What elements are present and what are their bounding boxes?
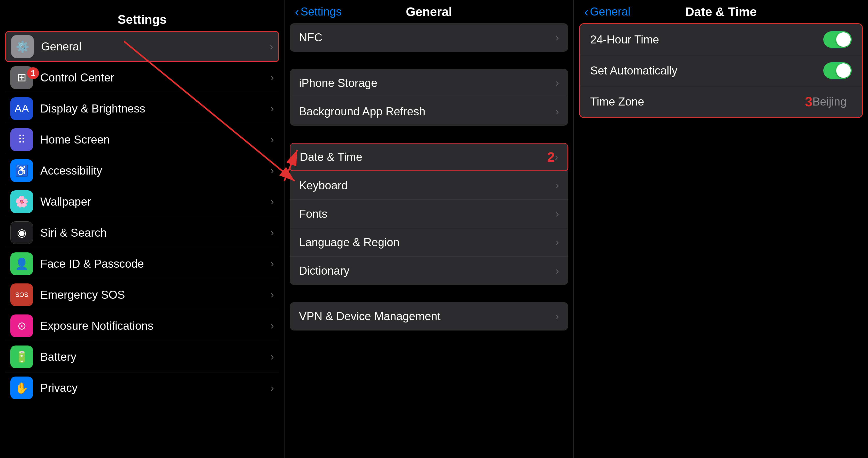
battery-chevron-icon: › xyxy=(271,351,274,363)
sidebar-item-display[interactable]: AADisplay & Brightness› xyxy=(5,93,279,124)
wallpaper-chevron-icon: › xyxy=(271,196,274,207)
date-time-title: Date & Time xyxy=(685,5,757,19)
date-time-label: Date & Time xyxy=(300,150,542,164)
general-item-language[interactable]: Language & Region› xyxy=(290,228,568,257)
general-list: NFC›iPhone Storage›Background App Refres… xyxy=(284,23,574,458)
general-group-1: iPhone Storage›Background App Refresh› xyxy=(290,69,568,126)
fonts-label: Fonts xyxy=(299,207,556,220)
sidebar-item-general[interactable]: ⚙️General› xyxy=(5,31,279,62)
exposure-label: Exposure Notifications xyxy=(40,319,271,332)
general-icon: ⚙️ xyxy=(11,35,34,58)
date-time-group: 24-Hour TimeSet AutomaticallyTime Zone3B… xyxy=(579,23,863,118)
faceid-icon: 👤 xyxy=(10,252,33,275)
battery-label: Battery xyxy=(40,350,271,363)
siri-chevron-icon: › xyxy=(271,227,274,238)
timezone-value: Beijing xyxy=(812,95,846,108)
language-chevron-icon: › xyxy=(556,236,559,248)
keyboard-label: Keyboard xyxy=(299,179,556,192)
general-label: General xyxy=(41,40,270,53)
date-time-item-set-auto[interactable]: Set Automatically xyxy=(580,55,862,86)
date-time-header: ‹ General Date & Time xyxy=(574,0,868,23)
display-icon: AA xyxy=(10,97,33,120)
sidebar-item-exposure[interactable]: ⊙Exposure Notifications› xyxy=(5,310,279,341)
privacy-chevron-icon: › xyxy=(271,382,274,394)
date-time-back-label: General xyxy=(590,5,630,18)
settings-title: Settings xyxy=(118,12,166,27)
timezone-annotation: 3 xyxy=(805,94,812,109)
siri-icon: ◉ xyxy=(10,221,33,244)
accessibility-icon: ♿ xyxy=(10,159,33,182)
accessibility-label: Accessibility xyxy=(40,164,271,177)
control-center-badge: 1 xyxy=(27,67,39,79)
sidebar-item-siri[interactable]: ◉Siri & Search› xyxy=(5,217,279,248)
24hour-toggle-knob xyxy=(836,32,851,47)
accessibility-chevron-icon: › xyxy=(271,165,274,176)
general-item-background-refresh[interactable]: Background App Refresh› xyxy=(290,97,568,126)
fonts-chevron-icon: › xyxy=(556,208,559,220)
general-item-dictionary[interactable]: Dictionary› xyxy=(290,257,568,285)
dictionary-label: Dictionary xyxy=(299,264,556,277)
general-group-2: Date & Time2›Keyboard›Fonts›Language & R… xyxy=(290,143,568,285)
sidebar-item-control-center[interactable]: 1⊞Control Center› xyxy=(5,62,279,93)
general-item-iphone-storage[interactable]: iPhone Storage› xyxy=(290,69,568,97)
general-group-0: NFC› xyxy=(290,23,568,52)
set-auto-toggle-knob xyxy=(836,63,851,78)
general-item-date-time[interactable]: Date & Time2› xyxy=(290,143,568,171)
sidebar-item-privacy[interactable]: ✋Privacy› xyxy=(5,372,279,403)
date-time-item-timezone[interactable]: Time Zone3Beijing xyxy=(580,86,862,117)
date-time-item-24hour[interactable]: 24-Hour Time xyxy=(580,24,862,55)
general-back-button[interactable]: ‹ Settings xyxy=(295,5,342,19)
display-label: Display & Brightness xyxy=(40,102,271,115)
24hour-toggle[interactable] xyxy=(823,31,852,48)
iphone-storage-chevron-icon: › xyxy=(556,77,559,89)
24hour-label: 24-Hour Time xyxy=(590,33,823,46)
sos-icon: SOS xyxy=(10,283,33,306)
back-chevron-icon: ‹ xyxy=(295,5,299,19)
general-back-label: Settings xyxy=(301,5,342,18)
general-item-nfc[interactable]: NFC› xyxy=(290,23,568,52)
privacy-icon: ✋ xyxy=(10,376,33,399)
sidebar-item-battery[interactable]: 🔋Battery› xyxy=(5,341,279,372)
home-screen-icon: ⠿ xyxy=(10,128,33,151)
sidebar-item-wallpaper[interactable]: 🌸Wallpaper› xyxy=(5,186,279,217)
vpn-chevron-icon: › xyxy=(556,311,559,322)
privacy-label: Privacy xyxy=(40,381,271,394)
date-time-chevron-icon: › xyxy=(555,151,558,163)
sos-label: Emergency SOS xyxy=(40,288,271,301)
nfc-chevron-icon: › xyxy=(556,32,559,44)
sidebar-item-accessibility[interactable]: ♿Accessibility› xyxy=(5,155,279,186)
vpn-label: VPN & Device Management xyxy=(299,310,556,323)
battery-icon: 🔋 xyxy=(10,345,33,368)
nfc-label: NFC xyxy=(299,31,556,44)
display-chevron-icon: › xyxy=(271,103,274,114)
settings-panel: Settings ⚙️General›1⊞Control Center›AADi… xyxy=(0,0,284,458)
back-chevron-icon2: ‹ xyxy=(584,5,588,19)
set-auto-toggle[interactable] xyxy=(823,62,852,79)
settings-list: ⚙️General›1⊞Control Center›AADisplay & B… xyxy=(0,31,284,458)
control-center-label: Control Center xyxy=(40,71,271,84)
sidebar-item-sos[interactable]: SOSEmergency SOS› xyxy=(5,279,279,310)
sidebar-item-home-screen[interactable]: ⠿Home Screen› xyxy=(5,124,279,155)
set-auto-label: Set Automatically xyxy=(590,64,823,77)
background-refresh-chevron-icon: › xyxy=(556,106,559,117)
exposure-chevron-icon: › xyxy=(271,320,274,332)
faceid-chevron-icon: › xyxy=(271,258,274,269)
keyboard-chevron-icon: › xyxy=(556,179,559,191)
home-screen-chevron-icon: › xyxy=(271,134,274,145)
general-panel: ‹ Settings General NFC›iPhone Storage›Ba… xyxy=(284,0,574,458)
siri-label: Siri & Search xyxy=(40,226,271,239)
date-time-annotation: 2 xyxy=(547,149,555,165)
wallpaper-label: Wallpaper xyxy=(40,195,271,208)
control-center-chevron-icon: › xyxy=(271,71,274,83)
general-chevron-icon: › xyxy=(270,41,273,53)
language-label: Language & Region xyxy=(299,236,556,249)
general-item-vpn[interactable]: VPN & Device Management› xyxy=(290,302,568,331)
exposure-icon: ⊙ xyxy=(10,314,33,337)
iphone-storage-label: iPhone Storage xyxy=(299,77,556,89)
faceid-label: Face ID & Passcode xyxy=(40,257,271,270)
general-item-keyboard[interactable]: Keyboard› xyxy=(290,171,568,200)
sos-chevron-icon: › xyxy=(271,289,274,300)
sidebar-item-faceid[interactable]: 👤Face ID & Passcode› xyxy=(5,248,279,279)
general-item-fonts[interactable]: Fonts› xyxy=(290,200,568,228)
date-time-back-button[interactable]: ‹ General xyxy=(584,5,630,19)
